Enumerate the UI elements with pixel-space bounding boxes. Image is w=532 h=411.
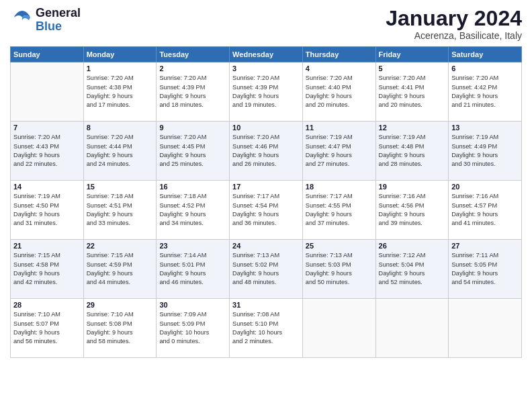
day-number: 19	[379, 183, 446, 191]
day-number: 7	[13, 124, 81, 132]
day-info: Sunrise: 7:19 AMSunset: 4:47 PMDaylight:…	[306, 133, 373, 169]
table-row: 28Sunrise: 7:10 AMSunset: 5:07 PMDayligh…	[11, 299, 84, 358]
table-row: 1Sunrise: 7:20 AMSunset: 4:38 PMDaylight…	[83, 62, 157, 122]
day-number: 12	[379, 124, 446, 132]
col-friday: Friday	[375, 47, 449, 62]
day-info: Sunrise: 7:10 AMSunset: 5:08 PMDaylight:…	[87, 310, 154, 346]
table-row	[449, 299, 522, 358]
day-info: Sunrise: 7:08 AMSunset: 5:10 PMDaylight:…	[232, 310, 300, 346]
day-info: Sunrise: 7:18 AMSunset: 4:52 PMDaylight:…	[159, 192, 226, 228]
day-info: Sunrise: 7:20 AMSunset: 4:39 PMDaylight:…	[232, 74, 300, 109]
page-container: General Blue January 2024 Acerenza, Basi…	[0, 0, 532, 411]
table-row: 15Sunrise: 7:18 AMSunset: 4:51 PMDayligh…	[83, 181, 157, 240]
day-number: 17	[232, 183, 300, 191]
day-info: Sunrise: 7:11 AMSunset: 5:05 PMDaylight:…	[451, 251, 519, 287]
table-row: 16Sunrise: 7:18 AMSunset: 4:52 PMDayligh…	[157, 181, 230, 240]
day-info: Sunrise: 7:16 AMSunset: 4:57 PMDaylight:…	[451, 192, 519, 228]
day-number: 13	[451, 124, 519, 132]
day-number: 21	[13, 242, 81, 250]
table-row: 26Sunrise: 7:12 AMSunset: 5:04 PMDayligh…	[375, 240, 449, 299]
logo: General Blue	[10, 7, 81, 34]
table-row: 31Sunrise: 7:08 AMSunset: 5:10 PMDayligh…	[230, 299, 303, 358]
table-row: 17Sunrise: 7:17 AMSunset: 4:54 PMDayligh…	[230, 181, 303, 240]
day-info: Sunrise: 7:17 AMSunset: 4:55 PMDaylight:…	[306, 192, 373, 228]
table-row: 24Sunrise: 7:13 AMSunset: 5:02 PMDayligh…	[230, 240, 303, 299]
col-thursday: Thursday	[302, 47, 375, 62]
day-number: 3	[232, 64, 300, 73]
table-row: 13Sunrise: 7:19 AMSunset: 4:49 PMDayligh…	[449, 122, 522, 181]
month-title: January 2024	[386, 7, 522, 30]
calendar-week-row: 28Sunrise: 7:10 AMSunset: 5:07 PMDayligh…	[11, 299, 522, 358]
day-number: 26	[379, 242, 446, 250]
day-info: Sunrise: 7:13 AMSunset: 5:02 PMDaylight:…	[232, 251, 300, 287]
day-info: Sunrise: 7:20 AMSunset: 4:42 PMDaylight:…	[451, 74, 519, 109]
table-row: 12Sunrise: 7:19 AMSunset: 4:48 PMDayligh…	[375, 122, 449, 181]
location-title: Acerenza, Basilicate, Italy	[386, 30, 522, 41]
day-info: Sunrise: 7:14 AMSunset: 5:01 PMDaylight:…	[159, 251, 226, 287]
col-wednesday: Wednesday	[230, 47, 303, 62]
table-row: 22Sunrise: 7:15 AMSunset: 4:59 PMDayligh…	[83, 240, 157, 299]
day-info: Sunrise: 7:19 AMSunset: 4:49 PMDaylight:…	[451, 133, 519, 169]
table-row: 27Sunrise: 7:11 AMSunset: 5:05 PMDayligh…	[449, 240, 522, 299]
table-row: 2Sunrise: 7:20 AMSunset: 4:39 PMDaylight…	[157, 62, 230, 122]
table-row: 19Sunrise: 7:16 AMSunset: 4:56 PMDayligh…	[375, 181, 449, 240]
day-number: 25	[306, 242, 373, 250]
calendar-table: Sunday Monday Tuesday Wednesday Thursday…	[10, 46, 522, 358]
col-monday: Monday	[83, 47, 157, 62]
calendar-week-row: 21Sunrise: 7:15 AMSunset: 4:58 PMDayligh…	[11, 240, 522, 299]
table-row: 21Sunrise: 7:15 AMSunset: 4:58 PMDayligh…	[11, 240, 84, 299]
day-info: Sunrise: 7:20 AMSunset: 4:41 PMDaylight:…	[379, 74, 446, 109]
day-info: Sunrise: 7:12 AMSunset: 5:04 PMDaylight:…	[379, 251, 446, 287]
day-number: 24	[232, 242, 300, 250]
table-row: 14Sunrise: 7:19 AMSunset: 4:50 PMDayligh…	[11, 181, 84, 240]
table-row: 18Sunrise: 7:17 AMSunset: 4:55 PMDayligh…	[302, 181, 375, 240]
day-info: Sunrise: 7:19 AMSunset: 4:48 PMDaylight:…	[379, 133, 446, 169]
day-number: 1	[87, 64, 154, 73]
day-number: 31	[232, 301, 300, 309]
calendar-week-row: 7Sunrise: 7:20 AMSunset: 4:43 PMDaylight…	[11, 122, 522, 181]
table-row: 6Sunrise: 7:20 AMSunset: 4:42 PMDaylight…	[449, 62, 522, 122]
table-row: 8Sunrise: 7:20 AMSunset: 4:44 PMDaylight…	[83, 122, 157, 181]
day-info: Sunrise: 7:16 AMSunset: 4:56 PMDaylight:…	[379, 192, 446, 228]
day-number: 2	[159, 64, 226, 73]
table-row: 30Sunrise: 7:09 AMSunset: 5:09 PMDayligh…	[157, 299, 230, 358]
day-number: 14	[13, 183, 81, 191]
header: General Blue January 2024 Acerenza, Basi…	[10, 7, 522, 41]
day-info: Sunrise: 7:20 AMSunset: 4:46 PMDaylight:…	[232, 133, 300, 169]
table-row	[11, 62, 84, 122]
day-number: 30	[159, 301, 226, 309]
logo-blue: Blue	[36, 19, 62, 33]
table-row: 23Sunrise: 7:14 AMSunset: 5:01 PMDayligh…	[157, 240, 230, 299]
day-number: 15	[87, 183, 154, 191]
table-row: 25Sunrise: 7:13 AMSunset: 5:03 PMDayligh…	[302, 240, 375, 299]
day-info: Sunrise: 7:09 AMSunset: 5:09 PMDaylight:…	[159, 310, 226, 346]
table-row: 10Sunrise: 7:20 AMSunset: 4:46 PMDayligh…	[230, 122, 303, 181]
day-info: Sunrise: 7:20 AMSunset: 4:38 PMDaylight:…	[87, 74, 154, 109]
table-row: 29Sunrise: 7:10 AMSunset: 5:08 PMDayligh…	[83, 299, 157, 358]
col-sunday: Sunday	[11, 47, 84, 62]
calendar-header-row: Sunday Monday Tuesday Wednesday Thursday…	[11, 47, 522, 62]
table-row: 11Sunrise: 7:19 AMSunset: 4:47 PMDayligh…	[302, 122, 375, 181]
day-info: Sunrise: 7:17 AMSunset: 4:54 PMDaylight:…	[232, 192, 300, 228]
day-info: Sunrise: 7:20 AMSunset: 4:39 PMDaylight:…	[159, 74, 226, 109]
day-info: Sunrise: 7:18 AMSunset: 4:51 PMDaylight:…	[87, 192, 154, 228]
table-row: 20Sunrise: 7:16 AMSunset: 4:57 PMDayligh…	[449, 181, 522, 240]
table-row: 5Sunrise: 7:20 AMSunset: 4:41 PMDaylight…	[375, 62, 449, 122]
day-info: Sunrise: 7:13 AMSunset: 5:03 PMDaylight:…	[306, 251, 373, 287]
title-block: January 2024 Acerenza, Basilicate, Italy	[386, 7, 522, 41]
day-number: 20	[451, 183, 519, 191]
day-info: Sunrise: 7:20 AMSunset: 4:44 PMDaylight:…	[87, 133, 154, 169]
day-number: 16	[159, 183, 226, 191]
calendar-week-row: 14Sunrise: 7:19 AMSunset: 4:50 PMDayligh…	[11, 181, 522, 240]
day-number: 28	[13, 301, 81, 309]
day-info: Sunrise: 7:10 AMSunset: 5:07 PMDaylight:…	[13, 310, 81, 346]
day-number: 11	[306, 124, 373, 132]
table-row: 4Sunrise: 7:20 AMSunset: 4:40 PMDaylight…	[302, 62, 375, 122]
day-info: Sunrise: 7:15 AMSunset: 4:58 PMDaylight:…	[13, 251, 81, 287]
day-info: Sunrise: 7:20 AMSunset: 4:43 PMDaylight:…	[13, 133, 81, 169]
table-row: 3Sunrise: 7:20 AMSunset: 4:39 PMDaylight…	[230, 62, 303, 122]
day-number: 9	[159, 124, 226, 132]
day-number: 29	[87, 301, 154, 309]
logo-general: General	[36, 6, 81, 19]
calendar-week-row: 1Sunrise: 7:20 AMSunset: 4:38 PMDaylight…	[11, 62, 522, 122]
